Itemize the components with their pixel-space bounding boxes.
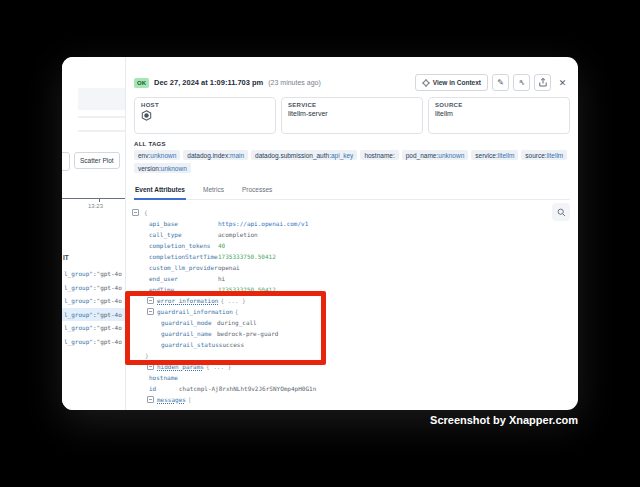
json-row[interactable]: hostname: [149, 372, 570, 383]
host-box[interactable]: HOST: [134, 97, 276, 134]
log-list-item[interactable]: l_group":"gpt-4o: [62, 294, 125, 308]
json-row[interactable]: completion_tokens40: [149, 240, 570, 251]
json-key: api_base: [149, 220, 218, 227]
source-box[interactable]: SOURCE litellm: [428, 97, 570, 134]
json-row[interactable]: messages[: [147, 394, 570, 405]
chart-x-axis: [62, 198, 125, 199]
json-key: custom_llm_provider: [149, 264, 218, 271]
tag-value: unknown: [438, 152, 464, 159]
scatter-plot-button[interactable]: Scatter Plot: [74, 152, 120, 169]
close-button[interactable]: ✕: [555, 75, 570, 90]
share-icon: [539, 78, 547, 87]
json-value: hi: [218, 275, 225, 282]
export-button[interactable]: [534, 74, 551, 91]
view-in-context-label: View in Context: [433, 79, 481, 86]
source-label: SOURCE: [435, 102, 563, 108]
tag-pill[interactable]: env:unknown: [134, 150, 180, 160]
close-icon: ✕: [559, 78, 567, 88]
tag-pill[interactable]: version:unknown: [134, 163, 191, 173]
tab-processes[interactable]: Processes: [241, 182, 273, 199]
chart-x-axis-label: 13:23: [88, 203, 103, 209]
edit-button[interactable]: ✎: [492, 74, 509, 91]
json-value: openai: [218, 264, 240, 271]
tag-pill[interactable]: pod_name:unknown: [402, 150, 469, 160]
background-panel: Scatter Plot 13:23 IT l_group":"gpt-4ol_…: [62, 57, 125, 410]
tag-pill[interactable]: service:litellm: [471, 150, 518, 160]
json-key: end_user: [149, 275, 218, 282]
log-list-item[interactable]: l_group":"gpt-4o: [62, 321, 125, 335]
log-list-item[interactable]: l_group":"gpt-4o: [62, 308, 125, 322]
skeleton-line: [78, 116, 125, 118]
key-value-icon: ab: [519, 78, 524, 86]
tag-key: hostname:: [364, 152, 394, 159]
json-bracket: [: [188, 396, 192, 403]
event-relative-time: (23 minutes ago): [268, 79, 321, 86]
tag-pill[interactable]: datadog.index:main: [183, 150, 248, 160]
json-row[interactable]: custom_llm_provideropenai: [149, 262, 570, 273]
json-row[interactable]: end_userhi: [149, 273, 570, 284]
tag-value: main: [230, 152, 244, 159]
json-row[interactable]: api_basehttps://api.openai.com/v1: [149, 218, 570, 229]
json-row[interactable]: call_typeacompletion: [149, 229, 570, 240]
expander-icon[interactable]: [132, 209, 139, 216]
tag-pill[interactable]: datadog.submission_auth:api_key: [251, 150, 357, 160]
log-key: l_group": [64, 338, 93, 345]
tag-key: datadog.index:: [187, 152, 230, 159]
tag-key: datadog.submission_auth:: [255, 152, 331, 159]
tag-pill[interactable]: hostname:: [360, 150, 398, 160]
json-row[interactable]: completionStartTime1735333750.50412: [149, 251, 570, 262]
red-highlight-box: [125, 291, 326, 365]
service-box[interactable]: SERVICE litellm-server: [281, 97, 423, 134]
tag-key: version:: [138, 165, 161, 172]
truncated-button[interactable]: [62, 152, 70, 171]
tab-metrics[interactable]: Metrics: [202, 182, 225, 199]
log-list-item[interactable]: l_group":"gpt-4o: [62, 267, 125, 281]
log-key: l_group": [64, 284, 93, 291]
tag-key: source:: [525, 152, 546, 159]
json-value: 1735333750.50412: [218, 253, 276, 260]
attributes-as-text-button[interactable]: ab: [513, 74, 530, 91]
scope-icon: [422, 79, 430, 87]
host-icon: [141, 110, 269, 121]
json-row[interactable]: {: [132, 207, 570, 218]
log-value: :"gpt-4o: [93, 270, 122, 277]
service-label: SERVICE: [288, 102, 416, 108]
log-value: :"gpt-4o: [93, 297, 122, 304]
status-badge: OK: [134, 78, 149, 88]
json-key: call_type: [149, 231, 218, 238]
log-row-list: l_group":"gpt-4ol_group":"gpt-4ol_group"…: [62, 267, 125, 348]
log-value: :"gpt-4o: [93, 324, 122, 331]
chart-x-axis-tick: [99, 199, 100, 202]
tag-value: unknown: [150, 152, 176, 159]
tag-key: pod_name:: [406, 152, 439, 159]
tag-value: litellm: [547, 152, 564, 159]
list-column-header: IT: [63, 254, 69, 261]
expander-icon[interactable]: [147, 396, 154, 403]
log-value: :"gpt-4o: [93, 338, 122, 345]
json-bracket: {: [144, 209, 148, 216]
log-value: :"gpt-4o: [93, 311, 122, 318]
host-service-source-row: HOST SERVICE litellm-server SOURCE litel…: [134, 97, 570, 134]
service-value: litellm-server: [288, 110, 416, 117]
tab-event-attributes[interactable]: Event Attributes: [134, 182, 186, 200]
json-row[interactable]: idchatcmpl-Aj8rxhNLht9v2J6rSNYOmp4pH0G1n: [149, 383, 570, 394]
event-timestamp: Dec 27, 2024 at 1:09:11.703 pm: [154, 78, 263, 87]
json-value: https://api.openai.com/v1: [218, 220, 308, 227]
pencil-icon: ✎: [497, 78, 504, 87]
log-list-item[interactable]: l_group":"gpt-4o: [62, 281, 125, 295]
view-in-context-button[interactable]: View in Context: [415, 74, 488, 91]
json-key: hostname: [149, 374, 178, 381]
tag-list: env:unknowndatadog.index:maindatadog.sub…: [134, 150, 570, 173]
search-button[interactable]: [552, 203, 570, 221]
host-label: HOST: [141, 102, 269, 108]
log-key: l_group": [64, 311, 93, 318]
json-key: id: [149, 385, 179, 392]
log-key: l_group": [64, 324, 93, 331]
log-value: :"gpt-4o: [93, 284, 122, 291]
event-detail-window: Scatter Plot 13:23 IT l_group":"gpt-4ol_…: [62, 57, 578, 410]
tag-value: unknown: [161, 165, 187, 172]
log-list-item[interactable]: l_group":"gpt-4o: [62, 335, 125, 349]
tag-key: service:: [475, 152, 497, 159]
json-value: chatcmpl-Aj8rxhNLht9v2J6rSNYOmp4pH0G1n: [179, 385, 316, 392]
tag-pill[interactable]: source:litellm: [521, 150, 567, 160]
